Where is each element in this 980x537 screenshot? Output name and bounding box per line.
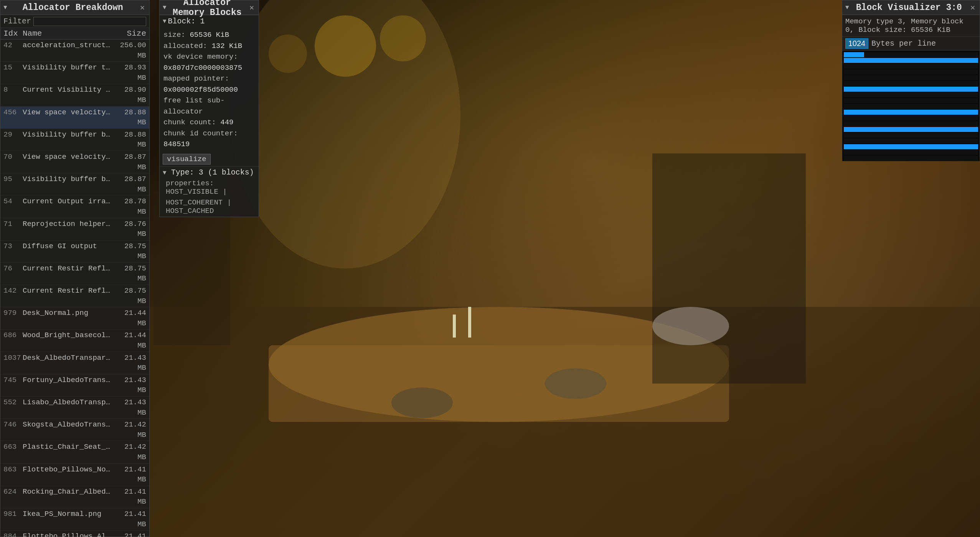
vis-line — [844, 92, 978, 97]
table-row[interactable]: 745 Fortuny_AlbedoTransparency.png 21.43… — [0, 374, 149, 397]
table-row[interactable]: 686 Wood_Bright_basecolor.png 21.44 MB — [0, 329, 149, 352]
allocator-breakdown-header: ▼ Allocator Breakdown ✕ — [0, 0, 149, 15]
block-visualizer-header: ▼ Block Visualizer 3:0 ✕ — [842, 0, 980, 15]
visualizer-info-text: Memory type 3, Memory block 0, Block siz… — [842, 15, 980, 37]
block-detail-line: allocated: 132 KiB — [163, 41, 255, 52]
bytes-per-line-label: Bytes per line — [871, 39, 936, 48]
block-1-triangle[interactable]: ▼ — [163, 18, 167, 25]
breakdown-collapse-icon[interactable]: ▼ — [3, 4, 7, 11]
memory-blocks-title: Allocator Memory Blocks — [169, 0, 246, 18]
block-detail-line: mapped pointer: 0x000002f85d50000 — [163, 73, 255, 95]
table-row[interactable]: 142 Current Restir Reflections: Temporal… — [0, 285, 149, 307]
table-row[interactable]: 29 Visibility buffer bary_ddxy 28.88 MB — [0, 129, 149, 151]
properties-line-2: HOST_COHERENT | HOST_CACHED — [160, 198, 259, 217]
vis-line — [844, 121, 978, 126]
table-row[interactable]: 884 Flottebo_Pillows_AlbedoTransparency.… — [0, 530, 149, 537]
table-row[interactable]: 456 View space velocity buffer 28.88 MB — [0, 107, 149, 129]
table-row[interactable]: 624 Rocking_Chair_AlbedoTransparency.png… — [0, 486, 149, 508]
properties-line-1: properties: HOST_VISIBLE | — [160, 178, 259, 198]
table-row[interactable]: 1037 Desk_AlbedoTransparency.png 21.43 M… — [0, 352, 149, 374]
vis-line — [844, 64, 978, 69]
table-row[interactable]: 552 Lisabo_AlbedoTransparency.png 21.43 … — [0, 397, 149, 419]
vis-line — [844, 133, 978, 138]
svg-rect-7 — [652, 153, 806, 384]
allocator-breakdown-close[interactable]: ✕ — [139, 3, 146, 12]
block-detail-line: size: 65536 KiB — [163, 30, 255, 41]
block-1-content: size: 65536 KiBallocated: 132 KiBvk devi… — [160, 27, 259, 152]
svg-point-6 — [230, 0, 460, 268]
svg-rect-13 — [468, 307, 471, 338]
filter-label: Filter — [3, 17, 31, 26]
vis-line — [844, 87, 978, 92]
svg-point-10 — [545, 368, 606, 399]
vis-line — [844, 58, 978, 63]
table-row[interactable]: 70 View space velocity buffer 28.87 MB — [0, 151, 149, 173]
svg-rect-12 — [453, 315, 456, 338]
allocator-breakdown-panel: ▼ Allocator Breakdown ✕ Filter Idx Name … — [0, 0, 150, 537]
block-detail-line: chunk count: 449 — [163, 117, 255, 128]
vis-line — [844, 138, 978, 143]
table-row[interactable]: 73 Diffuse GI output 28.75 MB — [0, 240, 149, 263]
bytes-per-line-row: Bytes per line — [842, 37, 980, 51]
svg-point-11 — [652, 307, 729, 345]
table-header: Idx Name Size — [0, 28, 149, 40]
memory-blocks-close[interactable]: ✕ — [248, 3, 256, 12]
table-row[interactable]: 746 Skogsta_AlbedoTransparency.png 21.42… — [0, 419, 149, 441]
table-row[interactable]: 76 Current Restir Reflections: Temporal … — [0, 263, 149, 285]
memory-blocks-panel: ▼ Allocator Memory Blocks ✕ ▼ Block: 1 s… — [159, 0, 259, 217]
block-detail-line: chunk id counter: 848519 — [163, 128, 255, 150]
block-visualizer-panel: ▼ Block Visualizer 3:0 ✕ Memory type 3, … — [842, 0, 980, 157]
vis-line — [844, 104, 978, 109]
table-row[interactable]: 981 Ikea_PS_Normal.png 21.41 MB — [0, 508, 149, 530]
vis-line — [844, 110, 978, 115]
vis-line — [844, 52, 978, 57]
table-row[interactable]: 863 Flottebo_Pillows_Normal.png 21.41 MB — [0, 464, 149, 486]
visualize-button[interactable]: visualize — [163, 154, 211, 165]
table-row[interactable]: 95 Visibility buffer bary_ddxy 28.87 MB — [0, 173, 149, 196]
table-row[interactable]: 663 Plastic_Chair_Seat_Normal.png 21.42 … — [0, 441, 149, 463]
vis-line — [844, 127, 978, 132]
col-size-header: Size — [112, 29, 146, 38]
table-row[interactable]: 979 Desk_Normal.png 21.44 MB — [0, 307, 149, 329]
table-row[interactable]: 8 Current Visibility buffer indices 28.9… — [0, 84, 149, 106]
vis-line — [844, 98, 978, 103]
visualizer-grid — [842, 51, 980, 161]
col-idx-header: Idx — [3, 29, 23, 38]
type-3-triangle[interactable]: ▼ — [163, 170, 167, 176]
block-visualizer-close[interactable]: ✕ — [969, 3, 977, 12]
block-1-label: Block: 1 — [168, 17, 205, 26]
vis-line — [844, 69, 978, 74]
vis-line — [844, 156, 978, 161]
vis-line — [844, 81, 978, 86]
vis-line — [844, 144, 978, 149]
table-row[interactable]: 54 Current Output irradiance 28.78 MB — [0, 196, 149, 218]
vis-line — [844, 150, 978, 155]
allocator-table-body[interactable]: 42 acceleration_structure_scratch 256.00… — [0, 40, 149, 537]
table-row[interactable]: 42 acceleration_structure_scratch 256.00… — [0, 40, 149, 62]
vis-line — [844, 115, 978, 120]
memory-blocks-collapse-icon[interactable]: ▼ — [163, 4, 167, 11]
type-3-label: Type: 3 (1 blocks) — [171, 168, 254, 177]
block-visualizer-title: Block Visualizer 3:0 — [851, 3, 967, 13]
filter-row: Filter — [0, 15, 149, 28]
block-detail-line: free list sub-allocator — [163, 95, 255, 117]
svg-point-9 — [391, 387, 453, 418]
allocator-breakdown-title: Allocator Breakdown — [10, 3, 136, 13]
type-3-header: ▼ Type: 3 (1 blocks) — [160, 166, 259, 178]
col-name-header: Name — [23, 29, 112, 38]
vis-line — [844, 75, 978, 80]
block-visualizer-collapse-icon[interactable]: ▼ — [845, 4, 849, 11]
block-detail-line: vk device memory: 0x807d7c0000003875 — [163, 51, 255, 73]
bytes-per-line-input[interactable] — [845, 38, 868, 49]
memory-blocks-header: ▼ Allocator Memory Blocks ✕ — [160, 0, 259, 15]
table-row[interactable]: 71 Reprojection helper texture 28.76 MB — [0, 218, 149, 240]
filter-input[interactable] — [33, 17, 146, 26]
table-row[interactable]: 15 Visibility buffer tex coords 28.93 MB — [0, 62, 149, 84]
